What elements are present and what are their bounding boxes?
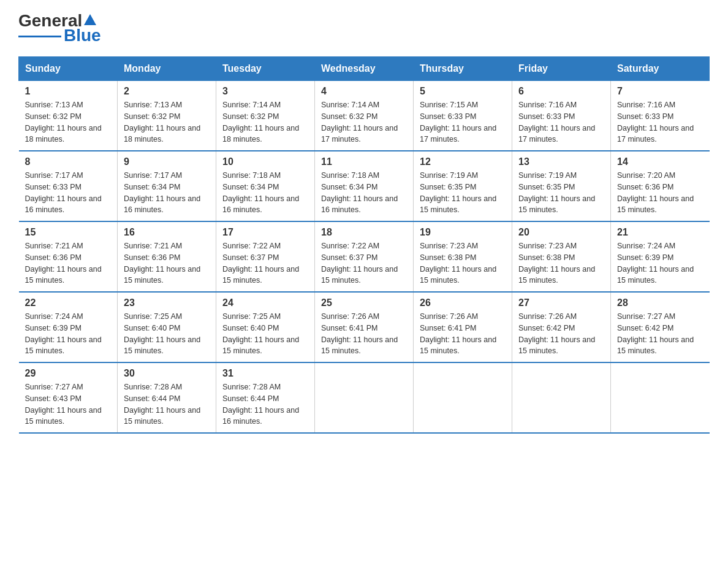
header-monday: Monday xyxy=(118,57,216,81)
day-cell: 24 Sunrise: 7:25 AM Sunset: 6:40 PM Dayl… xyxy=(216,292,315,362)
day-number: 11 xyxy=(321,156,407,167)
day-number: 30 xyxy=(124,368,210,379)
day-cell: 7 Sunrise: 7:16 AM Sunset: 6:33 PM Dayli… xyxy=(611,81,710,151)
day-cell: 23 Sunrise: 7:25 AM Sunset: 6:40 PM Dayl… xyxy=(118,292,216,362)
day-cell: 4 Sunrise: 7:14 AM Sunset: 6:32 PM Dayli… xyxy=(315,81,414,151)
day-number: 17 xyxy=(222,227,308,238)
day-cell: 9 Sunrise: 7:17 AM Sunset: 6:34 PM Dayli… xyxy=(118,151,216,221)
day-number: 3 xyxy=(222,86,308,97)
header-tuesday: Tuesday xyxy=(216,57,315,81)
day-info: Sunrise: 7:16 AM Sunset: 6:33 PM Dayligh… xyxy=(518,99,604,145)
day-cell: 11 Sunrise: 7:18 AM Sunset: 6:34 PM Dayl… xyxy=(315,151,414,221)
day-cell xyxy=(611,362,710,433)
day-number: 10 xyxy=(222,156,308,167)
day-info: Sunrise: 7:28 AM Sunset: 6:44 PM Dayligh… xyxy=(124,381,210,427)
day-info: Sunrise: 7:25 AM Sunset: 6:40 PM Dayligh… xyxy=(222,311,308,357)
day-number: 7 xyxy=(617,86,703,97)
day-cell: 28 Sunrise: 7:27 AM Sunset: 6:42 PM Dayl… xyxy=(611,292,710,362)
day-cell: 17 Sunrise: 7:22 AM Sunset: 6:37 PM Dayl… xyxy=(216,221,315,292)
day-info: Sunrise: 7:23 AM Sunset: 6:38 PM Dayligh… xyxy=(518,240,604,286)
logo-triangle-icon xyxy=(83,13,97,26)
day-cell: 22 Sunrise: 7:24 AM Sunset: 6:39 PM Dayl… xyxy=(19,292,118,362)
day-number: 8 xyxy=(25,156,112,167)
day-info: Sunrise: 7:27 AM Sunset: 6:42 PM Dayligh… xyxy=(617,311,703,357)
day-number: 14 xyxy=(617,156,703,167)
day-number: 27 xyxy=(518,297,604,308)
day-info: Sunrise: 7:18 AM Sunset: 6:34 PM Dayligh… xyxy=(222,170,308,216)
day-cell: 29 Sunrise: 7:27 AM Sunset: 6:43 PM Dayl… xyxy=(19,362,118,433)
day-info: Sunrise: 7:25 AM Sunset: 6:40 PM Dayligh… xyxy=(124,311,210,357)
day-cell: 10 Sunrise: 7:18 AM Sunset: 6:34 PM Dayl… xyxy=(216,151,315,221)
day-cell xyxy=(315,362,414,433)
day-cell: 20 Sunrise: 7:23 AM Sunset: 6:38 PM Dayl… xyxy=(512,221,611,292)
header-thursday: Thursday xyxy=(414,57,512,81)
day-cell: 13 Sunrise: 7:19 AM Sunset: 6:35 PM Dayl… xyxy=(512,151,611,221)
header-saturday: Saturday xyxy=(611,57,710,81)
day-cell: 21 Sunrise: 7:24 AM Sunset: 6:39 PM Dayl… xyxy=(611,221,710,292)
day-info: Sunrise: 7:17 AM Sunset: 6:34 PM Dayligh… xyxy=(124,170,210,216)
logo-text-blue: Blue xyxy=(64,27,101,44)
day-info: Sunrise: 7:22 AM Sunset: 6:37 PM Dayligh… xyxy=(222,240,308,286)
day-info: Sunrise: 7:15 AM Sunset: 6:33 PM Dayligh… xyxy=(420,99,506,145)
day-number: 1 xyxy=(25,86,112,97)
day-info: Sunrise: 7:20 AM Sunset: 6:36 PM Dayligh… xyxy=(617,170,703,216)
week-row-2: 8 Sunrise: 7:17 AM Sunset: 6:33 PM Dayli… xyxy=(19,151,710,221)
day-cell: 19 Sunrise: 7:23 AM Sunset: 6:38 PM Dayl… xyxy=(414,221,512,292)
day-cell: 3 Sunrise: 7:14 AM Sunset: 6:32 PM Dayli… xyxy=(216,81,315,151)
day-cell xyxy=(414,362,512,433)
day-number: 26 xyxy=(420,297,506,308)
day-cell: 15 Sunrise: 7:21 AM Sunset: 6:36 PM Dayl… xyxy=(19,221,118,292)
week-row-4: 22 Sunrise: 7:24 AM Sunset: 6:39 PM Dayl… xyxy=(19,292,710,362)
day-cell: 18 Sunrise: 7:22 AM Sunset: 6:37 PM Dayl… xyxy=(315,221,414,292)
day-info: Sunrise: 7:22 AM Sunset: 6:37 PM Dayligh… xyxy=(321,240,407,286)
day-cell: 27 Sunrise: 7:26 AM Sunset: 6:42 PM Dayl… xyxy=(512,292,611,362)
day-cell: 2 Sunrise: 7:13 AM Sunset: 6:32 PM Dayli… xyxy=(118,81,216,151)
day-number: 2 xyxy=(124,86,210,97)
day-info: Sunrise: 7:24 AM Sunset: 6:39 PM Dayligh… xyxy=(25,311,112,357)
day-cell: 8 Sunrise: 7:17 AM Sunset: 6:33 PM Dayli… xyxy=(19,151,118,221)
day-info: Sunrise: 7:18 AM Sunset: 6:34 PM Dayligh… xyxy=(321,170,407,216)
day-info: Sunrise: 7:16 AM Sunset: 6:33 PM Dayligh… xyxy=(617,99,703,145)
day-info: Sunrise: 7:13 AM Sunset: 6:32 PM Dayligh… xyxy=(25,99,112,145)
day-info: Sunrise: 7:14 AM Sunset: 6:32 PM Dayligh… xyxy=(222,99,308,145)
day-number: 20 xyxy=(518,227,604,238)
day-number: 22 xyxy=(25,297,112,308)
day-info: Sunrise: 7:17 AM Sunset: 6:33 PM Dayligh… xyxy=(25,170,112,216)
day-cell: 5 Sunrise: 7:15 AM Sunset: 6:33 PM Dayli… xyxy=(414,81,512,151)
day-info: Sunrise: 7:28 AM Sunset: 6:44 PM Dayligh… xyxy=(222,381,308,427)
day-number: 16 xyxy=(124,227,210,238)
day-cell: 25 Sunrise: 7:26 AM Sunset: 6:41 PM Dayl… xyxy=(315,292,414,362)
day-cell: 16 Sunrise: 7:21 AM Sunset: 6:36 PM Dayl… xyxy=(118,221,216,292)
page-header: General Blue xyxy=(18,12,710,44)
day-number: 5 xyxy=(420,86,506,97)
day-cell: 31 Sunrise: 7:28 AM Sunset: 6:44 PM Dayl… xyxy=(216,362,315,433)
day-info: Sunrise: 7:21 AM Sunset: 6:36 PM Dayligh… xyxy=(124,240,210,286)
header-sunday: Sunday xyxy=(19,57,118,81)
day-number: 31 xyxy=(222,368,308,379)
day-number: 24 xyxy=(222,297,308,308)
day-cell xyxy=(512,362,611,433)
day-number: 4 xyxy=(321,86,407,97)
day-number: 25 xyxy=(321,297,407,308)
day-number: 21 xyxy=(617,227,703,238)
logo: General Blue xyxy=(18,12,101,44)
day-info: Sunrise: 7:21 AM Sunset: 6:36 PM Dayligh… xyxy=(25,240,112,286)
day-info: Sunrise: 7:19 AM Sunset: 6:35 PM Dayligh… xyxy=(420,170,506,216)
header-wednesday: Wednesday xyxy=(315,57,414,81)
day-number: 15 xyxy=(25,227,112,238)
week-row-1: 1 Sunrise: 7:13 AM Sunset: 6:32 PM Dayli… xyxy=(19,81,710,151)
day-number: 18 xyxy=(321,227,407,238)
day-number: 19 xyxy=(420,227,506,238)
day-number: 28 xyxy=(617,297,703,308)
day-info: Sunrise: 7:27 AM Sunset: 6:43 PM Dayligh… xyxy=(25,381,112,427)
day-cell: 6 Sunrise: 7:16 AM Sunset: 6:33 PM Dayli… xyxy=(512,81,611,151)
calendar-header-row: SundayMondayTuesdayWednesdayThursdayFrid… xyxy=(19,57,710,81)
week-row-3: 15 Sunrise: 7:21 AM Sunset: 6:36 PM Dayl… xyxy=(19,221,710,292)
day-cell: 1 Sunrise: 7:13 AM Sunset: 6:32 PM Dayli… xyxy=(19,81,118,151)
day-cell: 14 Sunrise: 7:20 AM Sunset: 6:36 PM Dayl… xyxy=(611,151,710,221)
day-number: 29 xyxy=(25,368,112,379)
day-number: 9 xyxy=(124,156,210,167)
day-number: 12 xyxy=(420,156,506,167)
logo-line xyxy=(18,36,61,37)
calendar-table: SundayMondayTuesdayWednesdayThursdayFrid… xyxy=(18,56,710,434)
